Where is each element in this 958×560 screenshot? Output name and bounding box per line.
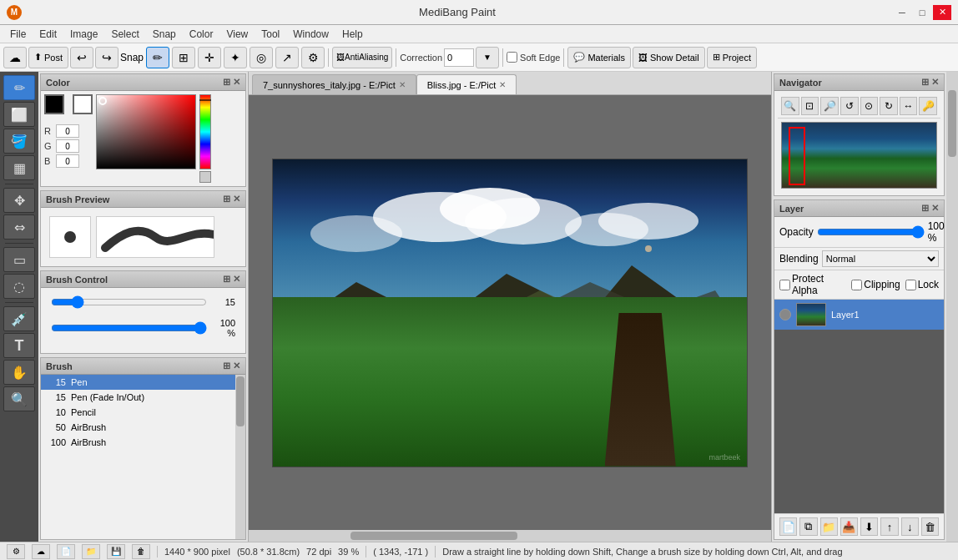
- lock-checkbox[interactable]: [905, 280, 916, 290]
- brush-item-airbrush2[interactable]: 100 AirBrush: [41, 435, 235, 450]
- cloud-icon[interactable]: ☁: [3, 47, 27, 68]
- tool-zoom[interactable]: 🔍: [3, 386, 35, 411]
- layer-visibility-btn[interactable]: [779, 309, 791, 320]
- color-gradient-box[interactable]: [96, 94, 196, 169]
- layer-close-icon[interactable]: ✕: [931, 203, 939, 214]
- menu-tool[interactable]: Tool: [255, 27, 286, 42]
- menu-image[interactable]: Image: [63, 27, 104, 42]
- tool-select-lasso[interactable]: ◌: [3, 274, 35, 299]
- color-gradient-area[interactable]: [96, 94, 211, 183]
- snap-pencil-icon[interactable]: ✏: [146, 47, 169, 68]
- minimize-button[interactable]: ─: [893, 5, 911, 20]
- undo-button[interactable]: ↩: [70, 47, 93, 68]
- menu-help[interactable]: Help: [335, 27, 370, 42]
- layer-new-folder-btn[interactable]: 📁: [820, 517, 838, 536]
- menu-snap[interactable]: Snap: [146, 27, 183, 42]
- snap-grid-icon[interactable]: ⊞: [172, 47, 195, 68]
- snap-cross-icon[interactable]: ✛: [198, 47, 221, 68]
- tool-pen[interactable]: ✏: [3, 75, 35, 100]
- tool-text[interactable]: T: [3, 333, 35, 358]
- layer-move-down-btn[interactable]: ↓: [901, 517, 919, 536]
- statusbar-save-btn[interactable]: 💾: [107, 544, 125, 559]
- statusbar-folder-btn[interactable]: 📁: [82, 544, 100, 559]
- statusbar-settings-btn[interactable]: ⚙: [7, 544, 25, 559]
- layer-copy-btn[interactable]: ⧉: [799, 517, 817, 536]
- tool-gradient[interactable]: ▦: [3, 155, 35, 180]
- layer-delete-btn[interactable]: 🗑: [921, 517, 939, 536]
- nav-flip-h-btn[interactable]: ↔: [900, 97, 918, 115]
- nav-zoom-in-btn[interactable]: 🔎: [820, 97, 839, 115]
- snap-circle-icon[interactable]: ◎: [250, 47, 273, 68]
- tool-hand[interactable]: ✋: [3, 360, 35, 385]
- nav-fit-btn[interactable]: ⊡: [801, 97, 819, 115]
- layer-new-btn[interactable]: 📄: [779, 517, 797, 536]
- correction-input[interactable]: [444, 48, 474, 67]
- brush-item-pencil[interactable]: 10 Pencil: [41, 405, 235, 420]
- nav-key-btn[interactable]: 🔑: [919, 97, 937, 115]
- r-input[interactable]: [56, 124, 79, 138]
- statusbar-cloud-btn[interactable]: ☁: [32, 544, 50, 559]
- statusbar-delete-btn[interactable]: 🗑: [132, 544, 150, 559]
- menu-file[interactable]: File: [3, 27, 33, 42]
- v-scrollbar[interactable]: [946, 72, 958, 542]
- blending-select[interactable]: Normal Multiply Screen Overlay: [822, 250, 939, 267]
- brush-list-close-icon[interactable]: ✕: [233, 361, 240, 371]
- brush-opacity-slider[interactable]: [51, 322, 207, 334]
- redo-button[interactable]: ↪: [95, 47, 118, 68]
- menu-color[interactable]: Color: [183, 27, 220, 42]
- tool-transform[interactable]: ⇔: [3, 214, 35, 240]
- g-input[interactable]: [56, 139, 79, 153]
- tab-sunnyshores[interactable]: 7_sunnyshores_italy.jpg - E:/Pict ✕: [252, 74, 416, 94]
- layer-merge-btn[interactable]: ⬇: [860, 517, 878, 536]
- post-button[interactable]: ⬆ Post: [28, 47, 68, 68]
- brush-item-pen-fade[interactable]: 15 Pen (Fade In/Out): [41, 390, 235, 405]
- color-panel-close-icon[interactable]: ✕: [233, 77, 240, 88]
- tool-eyedropper[interactable]: 💉: [3, 306, 35, 331]
- canvas-wrapper[interactable]: martbeek: [249, 95, 771, 530]
- background-swatch[interactable]: [73, 94, 93, 114]
- layer-item-layer1[interactable]: Layer1: [774, 300, 944, 330]
- show-detail-button[interactable]: 🖼 Show Detail: [633, 47, 705, 68]
- brush-preview-close-icon[interactable]: ✕: [233, 194, 240, 204]
- aa-icon[interactable]: 🖼 AntiAliasing: [332, 47, 392, 68]
- brush-list-scrollbar[interactable]: [235, 375, 245, 539]
- maximize-button[interactable]: □: [913, 5, 931, 20]
- tab-bliss-close[interactable]: ✕: [499, 80, 506, 89]
- layer-expand-icon[interactable]: ⊞: [921, 203, 929, 214]
- snap-star-icon[interactable]: ✦: [224, 47, 247, 68]
- materials-button[interactable]: 💬 Materials: [567, 47, 631, 68]
- nav-preview-image[interactable]: [781, 122, 937, 189]
- menu-select[interactable]: Select: [104, 27, 145, 42]
- tab-sunnyshores-close[interactable]: ✕: [399, 80, 406, 89]
- canvas-image[interactable]: martbeek: [272, 159, 748, 467]
- menu-edit[interactable]: Edit: [33, 27, 63, 42]
- correction-down-icon[interactable]: ▼: [476, 47, 499, 68]
- color-panel-expand-icon[interactable]: ⊞: [223, 77, 230, 88]
- color-alpha-strip[interactable]: [199, 171, 211, 183]
- brush-size-slider[interactable]: [51, 296, 207, 308]
- nav-rotate-right-btn[interactable]: ↻: [880, 97, 898, 115]
- menu-view[interactable]: View: [219, 27, 255, 42]
- brush-control-expand-icon[interactable]: ⊞: [223, 274, 230, 285]
- nav-zoom-out-btn[interactable]: 🔍: [781, 97, 799, 115]
- brush-control-close-icon[interactable]: ✕: [233, 274, 240, 285]
- close-button[interactable]: ✕: [933, 5, 951, 20]
- tool-move[interactable]: ✥: [3, 188, 35, 213]
- foreground-swatch[interactable]: [44, 94, 64, 114]
- layer-opacity-slider[interactable]: [817, 227, 925, 237]
- tool-eraser[interactable]: ⬜: [3, 102, 35, 127]
- color-hue-strip[interactable]: [199, 94, 211, 169]
- brush-preview-expand-icon[interactable]: ⊞: [223, 194, 230, 204]
- brush-list-expand-icon[interactable]: ⊞: [223, 361, 230, 371]
- nav-reset-btn[interactable]: ⊙: [860, 97, 879, 115]
- navigator-expand-icon[interactable]: ⊞: [921, 77, 929, 88]
- soft-edge-checkbox[interactable]: [507, 52, 517, 63]
- nav-rotate-left-btn[interactable]: ↺: [840, 97, 859, 115]
- navigator-close-icon[interactable]: ✕: [931, 77, 939, 88]
- statusbar-file-btn[interactable]: 📄: [57, 544, 75, 559]
- clipping-checkbox[interactable]: [851, 280, 862, 290]
- snap-curve-icon[interactable]: ↗: [275, 47, 299, 68]
- h-scrollbar[interactable]: [249, 530, 771, 542]
- brush-item-airbrush1[interactable]: 50 AirBrush: [41, 420, 235, 435]
- menu-window[interactable]: Window: [286, 27, 335, 42]
